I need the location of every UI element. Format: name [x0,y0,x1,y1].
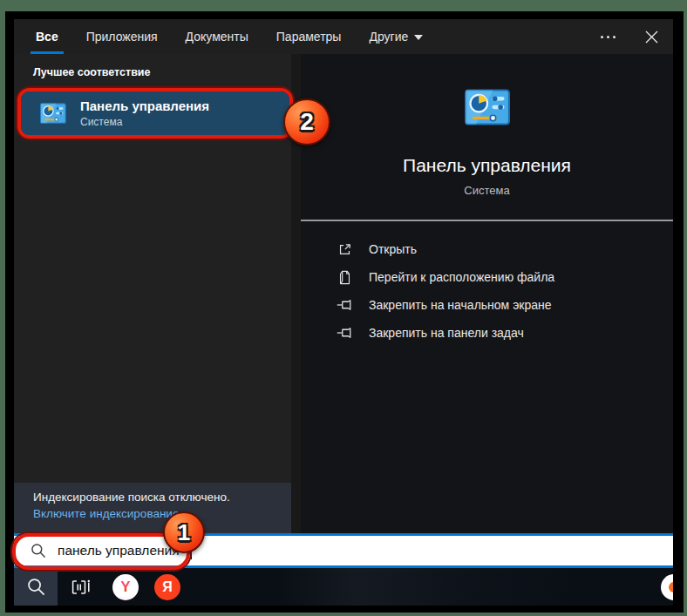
action-open[interactable]: Открыть [301,235,673,263]
control-panel-icon [40,103,66,124]
indexing-notice: Индексирование поиска отключено. Включит… [14,483,291,533]
action-pin-taskbar[interactable]: Закрепить на панели задач [301,319,673,347]
ellipsis-icon [601,36,603,38]
tab-settings[interactable]: Параметры [274,19,344,54]
taskbar: Y Я [14,568,673,606]
best-match-title: Панель управления [80,98,209,113]
pin-icon [337,299,352,311]
tab-documents[interactable]: Документы [183,19,251,54]
taskbar-task-view-button[interactable] [63,568,101,606]
close-icon [645,30,658,44]
enable-indexing-link[interactable]: Включите индексирование. [33,507,182,520]
action-list: Открыть Перейти к расположению файла Зак… [301,235,673,347]
tab-more-label: Другие [369,30,408,44]
control-panel-icon-large [465,89,510,125]
chevron-down-icon [414,35,423,40]
action-file-location-label: Перейти к расположению файла [369,270,554,284]
preview-panel: Панель управления Система Открыть [301,54,673,533]
taskbar-yandex-browser-button[interactable]: Y [106,568,145,606]
best-match-text: Панель управления Система [80,98,209,128]
tab-apps-label: Приложения [86,30,158,44]
file-location-icon [337,270,352,285]
taskbar-search-icon [26,577,46,597]
close-button[interactable] [642,27,661,46]
tab-settings-label: Параметры [276,30,342,44]
search-flyout-window: Все Приложения Документы Параметры Други… [14,19,673,606]
action-open-label: Открыть [369,242,417,256]
screenshot-frame: Все Приложения Документы Параметры Други… [5,11,684,613]
taskbar-yandex-button[interactable]: Я [148,568,187,606]
task-view-icon [71,578,93,597]
preview-subtitle: Система [464,184,509,197]
results-panel: Лучшее соответствие [14,54,291,533]
tab-all[interactable]: Все [33,19,61,54]
action-file-location[interactable]: Перейти к расположению файла [301,263,673,291]
tab-apps[interactable]: Приложения [84,19,160,54]
annotation-badge-2: 2 [283,98,330,146]
preview-divider [301,220,673,221]
search-filter-tabs: Все Приложения Документы Параметры Други… [14,19,673,54]
tab-all-label: Все [36,30,58,44]
action-pin-start[interactable]: Закрепить на начальном экране [301,291,673,319]
best-match-result[interactable]: Панель управления Система [21,91,289,135]
action-pin-start-label: Закрепить на начальном экране [369,298,552,312]
pin-icon [337,327,352,339]
partial-taskbar-icon[interactable] [661,574,673,600]
tab-more[interactable]: Другие [366,19,425,54]
best-match-subtitle: Система [80,116,209,128]
taskbar-search-button[interactable] [14,568,58,606]
open-icon [337,242,352,257]
indexing-status-text: Индексирование поиска отключено. [33,491,291,504]
best-match-header: Лучшее соответствие [14,54,291,78]
action-pin-taskbar-label: Закрепить на панели задач [369,326,524,340]
more-options-button[interactable] [597,30,619,44]
search-results-area: Лучшее соответствие [14,54,673,533]
annotation-box-2: Панель управления Система [17,88,293,139]
tab-documents-label: Документы [186,30,248,44]
yandex-search-icon: Я [154,574,180,600]
yandex-browser-icon: Y [112,574,139,600]
annotation-badge-1: 1 [163,511,205,553]
preview-title: Панель управления [403,155,571,176]
